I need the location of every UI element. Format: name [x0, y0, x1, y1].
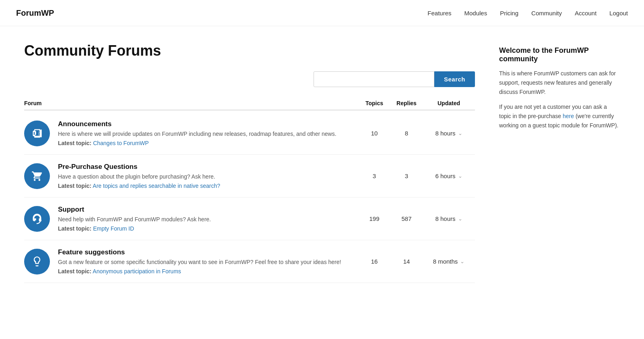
forum-row-pre-purchase: Pre-Purchase Questions Have a question a…: [24, 155, 475, 198]
forum-latest-link-support[interactable]: Empty Forum ID: [93, 225, 134, 232]
forum-row-announcements: Announcements Here is where we will prov…: [24, 112, 475, 155]
forum-latest-feature-suggestions: Latest topic: Anonymous participation in…: [58, 268, 358, 275]
forum-latest-label: Latest topic:: [58, 225, 91, 232]
forum-name-pre-purchase[interactable]: Pre-Purchase Questions: [58, 163, 358, 171]
main-layout: Community Forums Search Forum Topics Rep…: [8, 26, 636, 299]
search-button[interactable]: Search: [434, 71, 475, 87]
nav-logout[interactable]: Logout: [609, 10, 628, 17]
forum-latest-label: Latest topic:: [58, 140, 91, 146]
search-bar: Search: [24, 71, 475, 87]
forum-topics-announcements: 10: [358, 130, 390, 137]
col-replies-header: Replies: [390, 100, 423, 106]
lightbulb-icon: [24, 249, 50, 275]
page-title: Community Forums: [24, 42, 475, 59]
forum-row-support: Support Need help with ForumWP and Forum…: [24, 198, 475, 240]
forum-name-support[interactable]: Support: [58, 206, 358, 214]
main-nav: Features Modules Pricing Community Accou…: [427, 10, 628, 17]
search-input[interactable]: [314, 71, 434, 87]
cart-icon: [24, 163, 50, 189]
forum-latest-support: Latest topic: Empty Forum ID: [58, 225, 358, 232]
chevron-down-icon[interactable]: ⌄: [458, 173, 462, 179]
forum-replies-pre-purchase: 3: [390, 173, 423, 179]
forum-latest-announcements: Latest topic: Changes to ForumWP: [58, 140, 358, 146]
forum-updated-support: 8 hours ⌄: [423, 215, 475, 222]
forum-replies-feature-suggestions: 14: [390, 258, 423, 265]
forum-latest-pre-purchase: Latest topic: Are topics and replies sea…: [58, 183, 358, 189]
forum-desc-pre-purchase: Have a question about the plugin before …: [58, 173, 358, 181]
forum-content: Community Forums Search Forum Topics Rep…: [24, 42, 475, 283]
col-forum-header: Forum: [24, 100, 358, 106]
forum-replies-support: 587: [390, 215, 423, 222]
nav-account[interactable]: Account: [575, 10, 597, 17]
forum-name-feature-suggestions[interactable]: Feature suggestions: [58, 248, 358, 256]
forum-table-header: Forum Topics Replies Updated: [24, 97, 475, 110]
forum-latest-link-feature-suggestions[interactable]: Anonymous participation in Forums: [93, 268, 181, 275]
site-logo: ForumWP: [16, 8, 54, 18]
headset-icon: [24, 206, 50, 232]
forum-updated-pre-purchase: 6 hours ⌄: [423, 173, 475, 179]
megaphone-icon: [24, 121, 50, 146]
sidebar-para2: If you are not yet a customer you can as…: [499, 102, 620, 130]
forum-updated-announcements: 8 hours ⌄: [423, 130, 475, 137]
col-topics-header: Topics: [358, 100, 390, 106]
forum-info-feature-suggestions: Feature suggestions Got a new feature or…: [58, 248, 358, 275]
forum-info-pre-purchase: Pre-Purchase Questions Have a question a…: [58, 163, 358, 189]
forum-name-announcements[interactable]: Announcements: [58, 120, 358, 128]
forum-desc-announcements: Here is where we will provide updates on…: [58, 130, 358, 138]
chevron-down-icon[interactable]: ⌄: [458, 130, 462, 136]
forum-info-support: Support Need help with ForumWP and Forum…: [58, 206, 358, 232]
sidebar-title: Welcome to the ForumWP community: [499, 46, 620, 63]
forum-desc-feature-suggestions: Got a new feature or some specific funct…: [58, 258, 358, 266]
site-header: ForumWP Features Modules Pricing Communi…: [0, 0, 644, 26]
nav-community[interactable]: Community: [531, 10, 562, 17]
chevron-down-icon[interactable]: ⌄: [460, 258, 464, 264]
forum-latest-link-pre-purchase[interactable]: Are topics and replies searchable in nat…: [93, 183, 220, 189]
forum-row-feature-suggestions: Feature suggestions Got a new feature or…: [24, 240, 475, 283]
nav-pricing[interactable]: Pricing: [500, 10, 518, 17]
forum-topics-support: 199: [358, 215, 390, 222]
nav-features[interactable]: Features: [427, 10, 451, 17]
sidebar-here-link[interactable]: here: [563, 113, 574, 119]
col-updated-header: Updated: [423, 100, 475, 106]
forum-updated-feature-suggestions: 8 months ⌄: [423, 258, 475, 265]
sidebar-box: Welcome to the ForumWP community This is…: [491, 42, 620, 140]
forum-replies-announcements: 8: [390, 130, 423, 137]
sidebar-para1: This is where ForumWP customers can ask …: [499, 69, 620, 97]
forum-topics-pre-purchase: 3: [358, 173, 390, 179]
forum-topics-feature-suggestions: 16: [358, 258, 390, 265]
forum-latest-label: Latest topic:: [58, 268, 91, 275]
forum-desc-support: Need help with ForumWP and ForumWP modul…: [58, 215, 358, 224]
forum-latest-label: Latest topic:: [58, 183, 91, 189]
chevron-down-icon[interactable]: ⌄: [458, 216, 462, 222]
nav-modules[interactable]: Modules: [464, 10, 487, 17]
forum-info-announcements: Announcements Here is where we will prov…: [58, 120, 358, 146]
forum-list: Announcements Here is where we will prov…: [24, 112, 475, 283]
forum-latest-link-announcements[interactable]: Changes to ForumWP: [93, 140, 149, 146]
sidebar: Welcome to the ForumWP community This is…: [491, 42, 620, 283]
